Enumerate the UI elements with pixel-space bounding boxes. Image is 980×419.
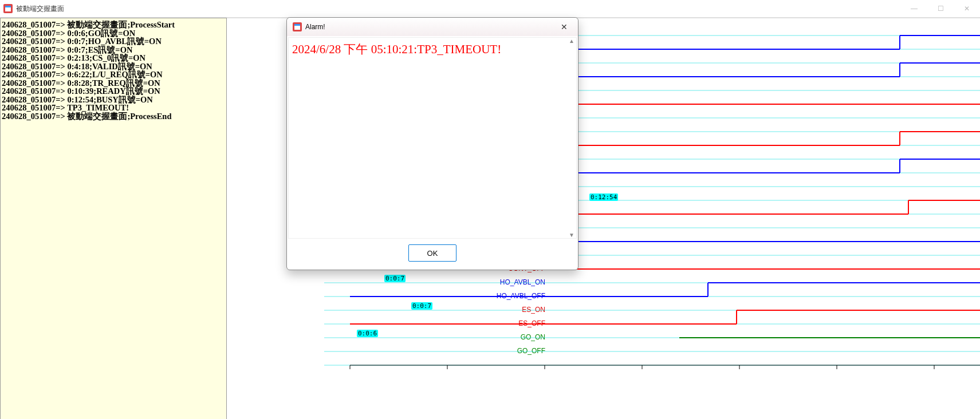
alarm-app-icon xyxy=(293,22,302,31)
svg-rect-2 xyxy=(5,6,11,7)
alarm-scrollbar[interactable]: ▲▼ xyxy=(567,38,576,238)
maximize-button[interactable]: ☐ xyxy=(927,0,954,17)
app-icon xyxy=(3,4,13,13)
log-panel: 240628_051007=> 被動端交握畫面;ProcessStart 240… xyxy=(0,18,227,419)
time-annotation: 0:12:54 xyxy=(589,193,618,201)
minimize-button[interactable]: — xyxy=(901,0,927,17)
window-controls: — ☐ ✕ xyxy=(901,0,980,17)
main-window-title: 被動端交握畫面 xyxy=(16,4,901,14)
alarm-body: 2024/6/28 下午 05:10:21:TP3_TIMEOUT! ▲▼ xyxy=(288,37,577,239)
alarm-title-bar[interactable]: Alarm! ✕ xyxy=(287,18,578,36)
time-annotation: 0:0:7 xyxy=(411,302,432,310)
alarm-dialog: Alarm! ✕ 2024/6/28 下午 05:10:21:TP3_TIMEO… xyxy=(286,17,578,270)
time-annotation: 0:0:6 xyxy=(357,330,378,337)
svg-rect-63 xyxy=(294,24,300,26)
alarm-close-button[interactable]: ✕ xyxy=(556,20,572,34)
main-title-bar: 被動端交握畫面 — ☐ ✕ xyxy=(0,0,980,18)
close-button[interactable]: ✕ xyxy=(954,0,980,17)
time-annotation: 0:0:7 xyxy=(384,275,406,282)
alarm-ok-button[interactable]: OK xyxy=(408,244,456,262)
alarm-message: 2024/6/28 下午 05:10:21:TP3_TIMEOUT! xyxy=(289,38,576,61)
alarm-title: Alarm! xyxy=(305,23,556,31)
